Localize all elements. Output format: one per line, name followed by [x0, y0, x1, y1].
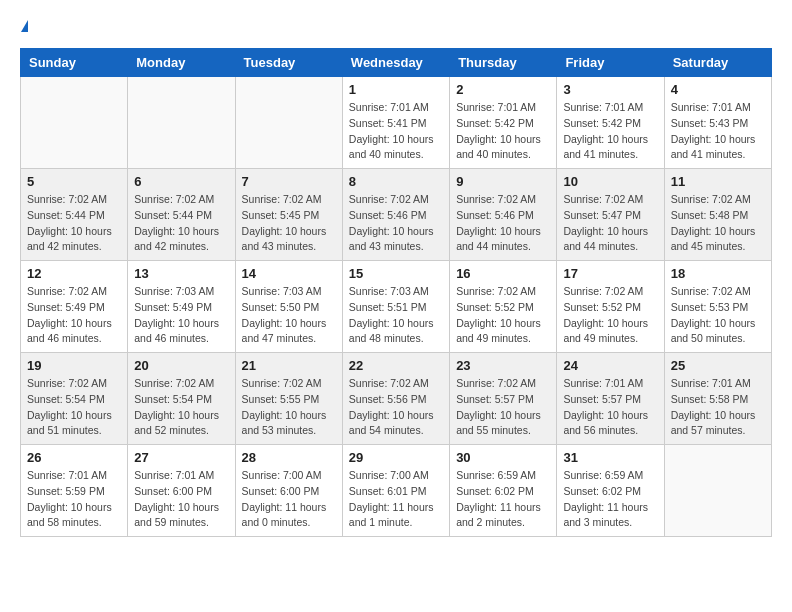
- calendar-empty-cell: [664, 445, 771, 537]
- calendar-day-20: 20Sunrise: 7:02 AMSunset: 5:54 PMDayligh…: [128, 353, 235, 445]
- calendar-day-11: 11Sunrise: 7:02 AMSunset: 5:48 PMDayligh…: [664, 169, 771, 261]
- calendar-day-8: 8Sunrise: 7:02 AMSunset: 5:46 PMDaylight…: [342, 169, 449, 261]
- day-info: Sunrise: 7:01 AMSunset: 5:42 PMDaylight:…: [456, 100, 550, 163]
- weekday-header-thursday: Thursday: [450, 49, 557, 77]
- day-number: 6: [134, 174, 228, 189]
- day-number: 24: [563, 358, 657, 373]
- day-info: Sunrise: 7:02 AMSunset: 5:44 PMDaylight:…: [134, 192, 228, 255]
- day-info: Sunrise: 7:01 AMSunset: 5:58 PMDaylight:…: [671, 376, 765, 439]
- day-info: Sunrise: 7:02 AMSunset: 5:45 PMDaylight:…: [242, 192, 336, 255]
- day-info: Sunrise: 7:02 AMSunset: 5:57 PMDaylight:…: [456, 376, 550, 439]
- calendar-day-24: 24Sunrise: 7:01 AMSunset: 5:57 PMDayligh…: [557, 353, 664, 445]
- day-info: Sunrise: 7:01 AMSunset: 5:59 PMDaylight:…: [27, 468, 121, 531]
- calendar-day-16: 16Sunrise: 7:02 AMSunset: 5:52 PMDayligh…: [450, 261, 557, 353]
- weekday-header-tuesday: Tuesday: [235, 49, 342, 77]
- day-info: Sunrise: 7:02 AMSunset: 5:49 PMDaylight:…: [27, 284, 121, 347]
- weekday-header-wednesday: Wednesday: [342, 49, 449, 77]
- weekday-header-sunday: Sunday: [21, 49, 128, 77]
- page-header: [20, 20, 772, 32]
- day-number: 9: [456, 174, 550, 189]
- day-info: Sunrise: 7:02 AMSunset: 5:52 PMDaylight:…: [456, 284, 550, 347]
- calendar-day-5: 5Sunrise: 7:02 AMSunset: 5:44 PMDaylight…: [21, 169, 128, 261]
- calendar-day-17: 17Sunrise: 7:02 AMSunset: 5:52 PMDayligh…: [557, 261, 664, 353]
- calendar-week-row: 5Sunrise: 7:02 AMSunset: 5:44 PMDaylight…: [21, 169, 772, 261]
- day-number: 19: [27, 358, 121, 373]
- day-number: 14: [242, 266, 336, 281]
- calendar-day-27: 27Sunrise: 7:01 AMSunset: 6:00 PMDayligh…: [128, 445, 235, 537]
- day-info: Sunrise: 7:01 AMSunset: 5:41 PMDaylight:…: [349, 100, 443, 163]
- day-info: Sunrise: 7:03 AMSunset: 5:50 PMDaylight:…: [242, 284, 336, 347]
- day-number: 29: [349, 450, 443, 465]
- calendar-day-28: 28Sunrise: 7:00 AMSunset: 6:00 PMDayligh…: [235, 445, 342, 537]
- day-number: 13: [134, 266, 228, 281]
- day-number: 10: [563, 174, 657, 189]
- calendar-week-row: 1Sunrise: 7:01 AMSunset: 5:41 PMDaylight…: [21, 77, 772, 169]
- weekday-header-monday: Monday: [128, 49, 235, 77]
- day-number: 20: [134, 358, 228, 373]
- calendar-week-row: 12Sunrise: 7:02 AMSunset: 5:49 PMDayligh…: [21, 261, 772, 353]
- day-info: Sunrise: 7:01 AMSunset: 5:57 PMDaylight:…: [563, 376, 657, 439]
- day-number: 16: [456, 266, 550, 281]
- calendar-day-29: 29Sunrise: 7:00 AMSunset: 6:01 PMDayligh…: [342, 445, 449, 537]
- day-info: Sunrise: 7:01 AMSunset: 5:43 PMDaylight:…: [671, 100, 765, 163]
- day-number: 23: [456, 358, 550, 373]
- calendar-day-30: 30Sunrise: 6:59 AMSunset: 6:02 PMDayligh…: [450, 445, 557, 537]
- calendar-day-3: 3Sunrise: 7:01 AMSunset: 5:42 PMDaylight…: [557, 77, 664, 169]
- day-number: 15: [349, 266, 443, 281]
- day-number: 30: [456, 450, 550, 465]
- day-info: Sunrise: 7:03 AMSunset: 5:49 PMDaylight:…: [134, 284, 228, 347]
- day-number: 7: [242, 174, 336, 189]
- day-number: 17: [563, 266, 657, 281]
- day-info: Sunrise: 6:59 AMSunset: 6:02 PMDaylight:…: [563, 468, 657, 531]
- calendar-day-4: 4Sunrise: 7:01 AMSunset: 5:43 PMDaylight…: [664, 77, 771, 169]
- calendar-day-10: 10Sunrise: 7:02 AMSunset: 5:47 PMDayligh…: [557, 169, 664, 261]
- day-info: Sunrise: 7:00 AMSunset: 6:00 PMDaylight:…: [242, 468, 336, 531]
- calendar-day-26: 26Sunrise: 7:01 AMSunset: 5:59 PMDayligh…: [21, 445, 128, 537]
- day-info: Sunrise: 7:02 AMSunset: 5:55 PMDaylight:…: [242, 376, 336, 439]
- day-info: Sunrise: 7:02 AMSunset: 5:46 PMDaylight:…: [456, 192, 550, 255]
- day-info: Sunrise: 7:02 AMSunset: 5:56 PMDaylight:…: [349, 376, 443, 439]
- day-number: 3: [563, 82, 657, 97]
- calendar-day-21: 21Sunrise: 7:02 AMSunset: 5:55 PMDayligh…: [235, 353, 342, 445]
- weekday-header-friday: Friday: [557, 49, 664, 77]
- day-info: Sunrise: 7:02 AMSunset: 5:53 PMDaylight:…: [671, 284, 765, 347]
- calendar-day-13: 13Sunrise: 7:03 AMSunset: 5:49 PMDayligh…: [128, 261, 235, 353]
- day-number: 8: [349, 174, 443, 189]
- day-info: Sunrise: 7:02 AMSunset: 5:48 PMDaylight:…: [671, 192, 765, 255]
- calendar-empty-cell: [21, 77, 128, 169]
- day-info: Sunrise: 7:02 AMSunset: 5:54 PMDaylight:…: [27, 376, 121, 439]
- calendar-day-18: 18Sunrise: 7:02 AMSunset: 5:53 PMDayligh…: [664, 261, 771, 353]
- calendar-day-25: 25Sunrise: 7:01 AMSunset: 5:58 PMDayligh…: [664, 353, 771, 445]
- day-number: 25: [671, 358, 765, 373]
- calendar-day-6: 6Sunrise: 7:02 AMSunset: 5:44 PMDaylight…: [128, 169, 235, 261]
- calendar-day-22: 22Sunrise: 7:02 AMSunset: 5:56 PMDayligh…: [342, 353, 449, 445]
- day-info: Sunrise: 7:02 AMSunset: 5:46 PMDaylight:…: [349, 192, 443, 255]
- calendar-day-9: 9Sunrise: 7:02 AMSunset: 5:46 PMDaylight…: [450, 169, 557, 261]
- logo-arrow-icon: [21, 20, 28, 32]
- day-info: Sunrise: 7:00 AMSunset: 6:01 PMDaylight:…: [349, 468, 443, 531]
- calendar-day-31: 31Sunrise: 6:59 AMSunset: 6:02 PMDayligh…: [557, 445, 664, 537]
- calendar-day-15: 15Sunrise: 7:03 AMSunset: 5:51 PMDayligh…: [342, 261, 449, 353]
- day-info: Sunrise: 7:02 AMSunset: 5:52 PMDaylight:…: [563, 284, 657, 347]
- weekday-header-saturday: Saturday: [664, 49, 771, 77]
- day-info: Sunrise: 7:02 AMSunset: 5:54 PMDaylight:…: [134, 376, 228, 439]
- day-number: 31: [563, 450, 657, 465]
- day-number: 2: [456, 82, 550, 97]
- day-number: 28: [242, 450, 336, 465]
- calendar-day-7: 7Sunrise: 7:02 AMSunset: 5:45 PMDaylight…: [235, 169, 342, 261]
- day-info: Sunrise: 6:59 AMSunset: 6:02 PMDaylight:…: [456, 468, 550, 531]
- calendar-day-12: 12Sunrise: 7:02 AMSunset: 5:49 PMDayligh…: [21, 261, 128, 353]
- calendar-empty-cell: [235, 77, 342, 169]
- day-info: Sunrise: 7:03 AMSunset: 5:51 PMDaylight:…: [349, 284, 443, 347]
- day-info: Sunrise: 7:01 AMSunset: 5:42 PMDaylight:…: [563, 100, 657, 163]
- day-number: 1: [349, 82, 443, 97]
- calendar-week-row: 26Sunrise: 7:01 AMSunset: 5:59 PMDayligh…: [21, 445, 772, 537]
- calendar-table: SundayMondayTuesdayWednesdayThursdayFrid…: [20, 48, 772, 537]
- day-number: 4: [671, 82, 765, 97]
- day-number: 22: [349, 358, 443, 373]
- day-info: Sunrise: 7:02 AMSunset: 5:44 PMDaylight:…: [27, 192, 121, 255]
- calendar-day-14: 14Sunrise: 7:03 AMSunset: 5:50 PMDayligh…: [235, 261, 342, 353]
- calendar-day-19: 19Sunrise: 7:02 AMSunset: 5:54 PMDayligh…: [21, 353, 128, 445]
- calendar-day-23: 23Sunrise: 7:02 AMSunset: 5:57 PMDayligh…: [450, 353, 557, 445]
- day-info: Sunrise: 7:01 AMSunset: 6:00 PMDaylight:…: [134, 468, 228, 531]
